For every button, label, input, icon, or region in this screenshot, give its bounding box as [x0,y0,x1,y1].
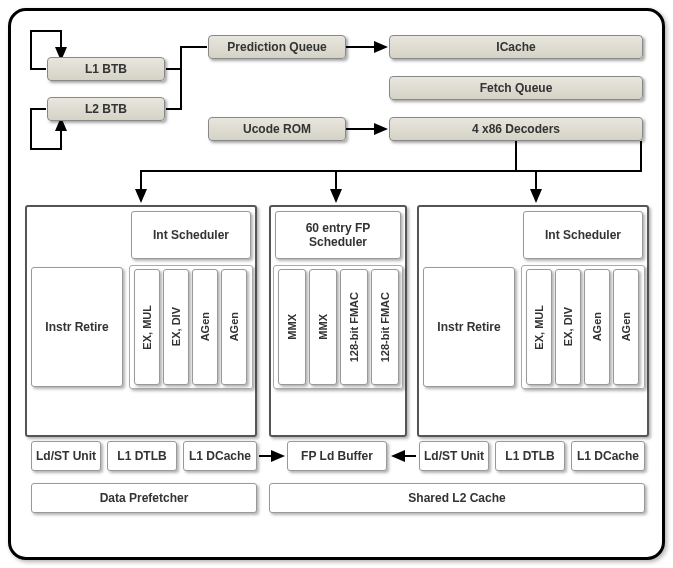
block-prediction-queue: Prediction Queue [208,35,346,59]
block-ex-mul-right: EX, MUL [526,269,552,385]
block-mmx-2: MMX [309,269,337,385]
block-dcache-right: L1 DCache [571,441,645,471]
block-fp-scheduler: 60 entry FP Scheduler [275,211,401,259]
block-ex-div-right: EX, DIV [555,269,581,385]
block-data-prefetcher: Data Prefetcher [31,483,257,513]
block-dtlb-left: L1 DTLB [107,441,177,471]
block-agen-left-1: AGen [192,269,218,385]
block-ex-div-left: EX, DIV [163,269,189,385]
block-shared-l2: Shared L2 Cache [269,483,645,513]
block-fp-ld-buffer: FP Ld Buffer [287,441,387,471]
block-fetch-queue: Fetch Queue [389,76,643,100]
block-agen-left-2: AGen [221,269,247,385]
block-ex-mul-left: EX, MUL [134,269,160,385]
block-int-scheduler-left: Int Scheduler [131,211,251,259]
block-instr-retire-right: Instr Retire [423,267,515,387]
block-decoders: 4 x86 Decoders [389,117,643,141]
block-agen-right-1: AGen [584,269,610,385]
block-mmx-1: MMX [278,269,306,385]
block-fmac-2: 128-bit FMAC [371,269,399,385]
block-l2-btb: L2 BTB [47,97,165,121]
block-ucode-rom: Ucode ROM [208,117,346,141]
block-instr-retire-left: Instr Retire [31,267,123,387]
block-fmac-1: 128-bit FMAC [340,269,368,385]
cpu-block-diagram: L1 BTB L2 BTB Prediction Queue Ucode ROM… [8,8,665,560]
block-l1-btb: L1 BTB [47,57,165,81]
block-int-scheduler-right: Int Scheduler [523,211,643,259]
block-ldst-left: Ld/ST Unit [31,441,101,471]
block-ldst-right: Ld/ST Unit [419,441,489,471]
block-icache: ICache [389,35,643,59]
block-agen-right-2: AGen [613,269,639,385]
block-dcache-left: L1 DCache [183,441,257,471]
block-dtlb-right: L1 DTLB [495,441,565,471]
